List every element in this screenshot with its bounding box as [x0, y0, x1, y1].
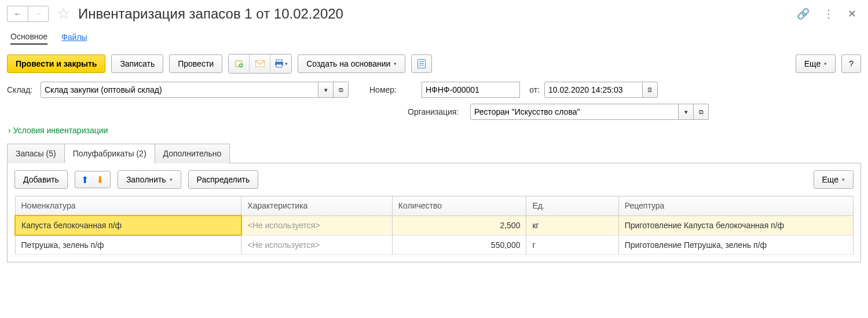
- cell-recipe[interactable]: Приготовление Петрушка, зелень п/ф: [618, 235, 853, 255]
- chevron-down-icon: ▾: [394, 61, 397, 67]
- fill-button[interactable]: Заполнить▾: [118, 170, 181, 189]
- col-unit[interactable]: Ед.: [526, 196, 618, 216]
- email-icon[interactable]: [250, 54, 270, 73]
- col-recipe[interactable]: Рецептура: [618, 196, 853, 216]
- chevron-down-icon: ▾: [170, 177, 173, 182]
- post-button[interactable]: Провести: [169, 54, 222, 73]
- more-icon[interactable]: ⋮: [819, 5, 838, 23]
- fill-label: Заполнить: [126, 175, 166, 184]
- cell-characteristic[interactable]: <Не используется>: [241, 215, 393, 235]
- action-icons: ▾: [228, 54, 292, 74]
- subnav: Основное Файлы: [7, 30, 861, 45]
- number-input[interactable]: [422, 82, 520, 98]
- link-icon[interactable]: 🔗: [792, 5, 814, 23]
- items-table: Номенклатура Характеристика Количество Е…: [14, 196, 854, 255]
- org-dropdown[interactable]: ▾: [679, 104, 694, 120]
- page-title: Инвентаризация запасов 1 от 10.02.2020: [78, 6, 343, 22]
- warehouse-open[interactable]: ⧉: [334, 82, 349, 98]
- more-button[interactable]: Еще▾: [796, 54, 836, 73]
- warehouse-label: Склад:: [7, 85, 36, 94]
- subnav-main[interactable]: Основное: [10, 30, 47, 45]
- main-toolbar: Провести и закрыть Записать Провести ▾ С…: [7, 54, 861, 74]
- more-label: Еще: [804, 59, 821, 68]
- print-icon[interactable]: ▾: [270, 54, 291, 73]
- col-characteristic[interactable]: Характеристика: [241, 196, 393, 216]
- warehouse-input[interactable]: [41, 82, 318, 98]
- arrow-right-icon: →: [34, 9, 42, 19]
- move-buttons: ⬆ ⬇: [75, 171, 111, 188]
- cell-recipe[interactable]: Приготовление Капуста белокочанная п/ф: [618, 215, 853, 235]
- table-row[interactable]: Петрушка, зелень п/ф<Не используется>550…: [15, 235, 854, 255]
- report-button[interactable]: [411, 54, 432, 73]
- svg-rect-5: [276, 64, 282, 67]
- help-button[interactable]: ?: [841, 54, 861, 73]
- back-button[interactable]: ←: [7, 6, 28, 22]
- warehouse-dropdown[interactable]: ▾: [318, 82, 334, 98]
- tab-semifinished[interactable]: Полуфабрикаты (2): [64, 144, 155, 163]
- tab-more-button[interactable]: Еще▾: [814, 170, 854, 189]
- tab-content: Добавить ⬆ ⬇ Заполнить▾ Распределить Еще…: [7, 163, 861, 262]
- cell-characteristic[interactable]: <Не используется>: [241, 235, 393, 255]
- cell-unit[interactable]: г: [526, 235, 618, 255]
- tabs: Запасы (5) Полуфабрикаты (2) Дополнитель…: [7, 143, 861, 163]
- warehouse-input-group: ▾ ⧉: [41, 82, 349, 98]
- svg-rect-2: [255, 60, 265, 67]
- header-bar: ← → ☆ Инвентаризация запасов 1 от 10.02.…: [7, 5, 861, 23]
- nav-group: ← →: [7, 6, 49, 22]
- chevron-down-icon: ▾: [842, 177, 845, 182]
- document-icon: [417, 59, 426, 68]
- cell-quantity[interactable]: 550,000: [392, 235, 526, 255]
- star-icon[interactable]: ☆: [57, 5, 70, 23]
- attach-icon[interactable]: [229, 54, 250, 73]
- cell-nomenclature[interactable]: Капуста белокочанная п/ф: [15, 215, 241, 235]
- move-up-button[interactable]: ⬆: [79, 173, 91, 186]
- distribute-button[interactable]: Распределить: [188, 170, 259, 189]
- add-button[interactable]: Добавить: [14, 170, 68, 189]
- forward-button[interactable]: →: [28, 6, 49, 22]
- conditions-label: Условия инвентаризации: [13, 126, 108, 135]
- col-nomenclature[interactable]: Номенклатура: [15, 196, 241, 216]
- tab-stocks[interactable]: Запасы (5): [7, 144, 65, 163]
- chevron-down-icon: ▾: [824, 61, 827, 67]
- close-icon[interactable]: ✕: [843, 5, 861, 23]
- cell-nomenclature[interactable]: Петрушка, зелень п/ф: [15, 235, 241, 255]
- table-row[interactable]: Капуста белокочанная п/ф<Не используется…: [15, 215, 854, 235]
- form-row-2: Организация: ▾ ⧉: [408, 104, 861, 120]
- chevron-down-icon: ▾: [285, 61, 288, 67]
- calendar-icon[interactable]: 🗓: [643, 82, 658, 98]
- org-input[interactable]: [470, 104, 679, 120]
- move-down-button[interactable]: ⬇: [94, 173, 107, 186]
- cell-unit[interactable]: кг: [526, 215, 618, 235]
- form-row-1: Склад: ▾ ⧉ Номер: от: 🗓: [7, 82, 861, 98]
- svg-rect-3: [276, 60, 282, 62]
- org-label: Организация:: [408, 107, 466, 116]
- table-header-row: Номенклатура Характеристика Количество Е…: [15, 196, 854, 216]
- number-label: Номер:: [369, 85, 398, 94]
- tab-toolbar: Добавить ⬆ ⬇ Заполнить▾ Распределить Еще…: [14, 170, 854, 189]
- chevron-right-icon: ›: [8, 126, 11, 135]
- org-open[interactable]: ⧉: [694, 104, 709, 120]
- tab-more-label: Еще: [822, 175, 839, 184]
- write-button[interactable]: Записать: [111, 54, 163, 73]
- subnav-files[interactable]: Файлы: [61, 30, 87, 44]
- org-input-group: ▾ ⧉: [470, 104, 709, 120]
- cell-quantity[interactable]: 2,500: [392, 215, 526, 235]
- date-input[interactable]: [544, 82, 643, 98]
- post-and-close-button[interactable]: Провести и закрыть: [7, 54, 105, 73]
- conditions-toggle[interactable]: › Условия инвентаризации: [8, 126, 861, 135]
- create-based-label: Создать на основании: [306, 59, 390, 68]
- create-based-button[interactable]: Создать на основании▾: [298, 54, 405, 73]
- arrow-left-icon: ←: [14, 9, 22, 19]
- tab-additional[interactable]: Дополнительно: [155, 144, 230, 163]
- date-label: от:: [525, 85, 540, 94]
- date-input-group: 🗓: [544, 82, 658, 98]
- col-quantity[interactable]: Количество: [392, 196, 526, 216]
